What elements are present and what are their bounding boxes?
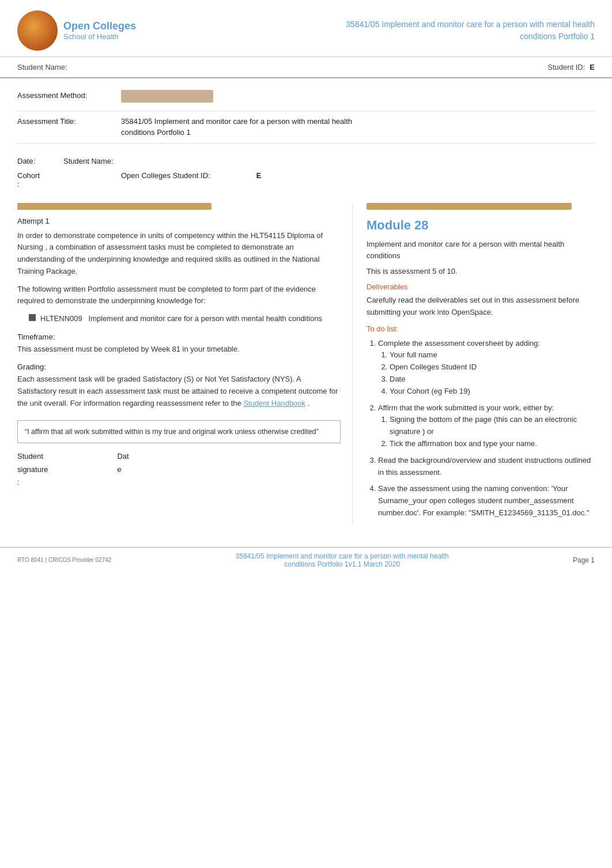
footer: RTO 8041 | CRICOS Provider 02742 35841/0… bbox=[0, 547, 612, 573]
grading-period: . bbox=[308, 399, 310, 407]
date-cohort-area: Date: Student Name: Cohort : Open Colleg… bbox=[0, 150, 612, 197]
assessment-num: This is assessment 5 of 10. bbox=[367, 267, 595, 276]
bullet-content: HLTENN009 Implement and monitor care for… bbox=[40, 313, 322, 324]
cohort-id-label: Open Colleges Student ID: bbox=[121, 171, 210, 180]
affirmation-box: “I affirm that all work submitted within… bbox=[17, 420, 341, 444]
cohort-colon: : bbox=[17, 180, 20, 188]
todo-item-1-text: Complete the assessment coversheet by ad… bbox=[378, 339, 540, 348]
grading-heading: Grading: bbox=[17, 363, 341, 371]
date-row: Date: Student Name: bbox=[17, 154, 595, 168]
bullet-desc: Implement and monitor care for a person … bbox=[89, 314, 322, 323]
student-name-label: Student Name: bbox=[17, 63, 67, 71]
sig-line1: Student bbox=[17, 452, 43, 461]
grading-text: Each assessment task will be graded Sati… bbox=[17, 373, 341, 409]
title-line2: conditions Portfolio 1 bbox=[121, 127, 595, 138]
attempt-title: Attempt 1 bbox=[17, 217, 341, 225]
todo-subitem-1-2: Open Colleges Student ID bbox=[390, 361, 595, 373]
module-desc: Implement and monitor care for a person … bbox=[367, 239, 595, 263]
todo-sublist-1: Your full name Open Colleges Student ID … bbox=[378, 349, 595, 397]
student-id-area: Student ID: E bbox=[547, 63, 595, 71]
date-sname-label: Student Name: bbox=[63, 157, 114, 165]
intro-text-2: The following written Portfolio assessme… bbox=[17, 284, 341, 308]
cohort-text: Cohort bbox=[17, 171, 40, 180]
module-title: Module 28 bbox=[367, 218, 595, 233]
bullet-code: HLTENN009 bbox=[40, 314, 82, 323]
main-content: Attempt 1 In order to demonstrate compet… bbox=[0, 203, 612, 535]
footer-center: 35841/05 Implement and monitor care for … bbox=[111, 552, 573, 568]
grading-section: Grading: Each assessment task will be gr… bbox=[17, 363, 341, 409]
footer-left: RTO 8041 | CRICOS Provider 02742 bbox=[17, 557, 111, 563]
timeframe-heading: Timeframe: bbox=[17, 333, 341, 341]
date-value-area: Student Name: bbox=[63, 157, 114, 165]
student-id-label: Student ID: bbox=[547, 63, 585, 71]
student-id-value: E bbox=[590, 63, 595, 71]
affirmation-text: “I affirm that all work submitted within… bbox=[25, 428, 319, 436]
title-row: Assessment Title: 35841/05 Implement and… bbox=[17, 111, 595, 144]
date-label: Date: bbox=[17, 157, 63, 165]
title-label: Assessment Title: bbox=[17, 116, 121, 126]
todo-item-4-text: Save the assessment using the naming con… bbox=[378, 484, 590, 517]
logo-bottom: School of Health bbox=[63, 32, 136, 41]
sig-line2: signature bbox=[17, 465, 48, 474]
right-orange-bar bbox=[367, 203, 572, 210]
footer-center-line2: conditions Portfolio 1v1.1 March 2020 bbox=[111, 560, 573, 568]
footer-center-line1: 35841/05 Implement and monitor care for … bbox=[111, 552, 573, 560]
todo-subitem-1-3: Date bbox=[390, 373, 595, 386]
date-sig: Dat e bbox=[117, 450, 129, 488]
header-title-line1: 35841/05 Implement and monitor care for … bbox=[136, 18, 595, 31]
cohort-value-area: Open Colleges Student ID: E bbox=[121, 171, 261, 180]
method-label: Assessment Method: bbox=[17, 90, 121, 100]
method-value bbox=[121, 90, 595, 106]
todo-heading: To do list: bbox=[367, 324, 595, 333]
timeframe-section: Timeframe: This assessment must be compl… bbox=[17, 333, 341, 355]
signature-area: Student signature : Dat e bbox=[17, 450, 341, 488]
todo-item-3: Read the background/overview and student… bbox=[378, 455, 595, 479]
deliverables-heading: Deliverables bbox=[367, 282, 595, 291]
intro-text-1: In order to demonstrate competence in un… bbox=[17, 230, 341, 278]
logo-icon bbox=[17, 10, 58, 51]
method-row: Assessment Method: bbox=[17, 85, 595, 111]
left-column: Attempt 1 In order to demonstrate compet… bbox=[17, 203, 353, 524]
timeframe-text: This assessment must be completed by Wee… bbox=[17, 344, 341, 355]
left-orange-bar bbox=[17, 203, 211, 210]
method-bar bbox=[121, 90, 213, 103]
header: Open Colleges School of Health 35841/05 … bbox=[0, 0, 612, 57]
todo-subitem-2-1: Signing the bottom of the page (this can… bbox=[390, 414, 595, 438]
sig-line3: : bbox=[17, 478, 20, 486]
deliverables-text: Carefully read the deliverables set out … bbox=[367, 295, 595, 319]
title-value: 35841/05 Implement and monitor care for … bbox=[121, 116, 595, 138]
header-title-line2: conditions Portfolio 1 bbox=[136, 31, 595, 43]
footer-right: Page 1 bbox=[573, 556, 595, 564]
logo-top: Open Colleges bbox=[63, 20, 136, 32]
title-line1: 35841/05 Implement and monitor care for … bbox=[121, 116, 595, 127]
todo-sublist-2: Signing the bottom of the page (this can… bbox=[378, 414, 595, 450]
todo-item-4: Save the assessment using the naming con… bbox=[378, 483, 595, 519]
todo-item-2: Affirm that the work submitted is your w… bbox=[378, 402, 595, 450]
todo-list: Complete the assessment coversheet by ad… bbox=[367, 338, 595, 519]
bullet-icon bbox=[29, 314, 36, 321]
cohort-label: Cohort : bbox=[17, 171, 63, 188]
date-sig-line2: e bbox=[117, 465, 121, 474]
todo-subitem-2-2: Tick the affirmation box and type your n… bbox=[390, 438, 595, 450]
bullet-item: HLTENN009 Implement and monitor care for… bbox=[29, 313, 341, 324]
cohort-id-value: E bbox=[256, 171, 262, 180]
todo-subitem-1-4: Your Cohort (eg Feb 19) bbox=[390, 386, 595, 398]
assessment-fields: Assessment Method: Assessment Title: 358… bbox=[0, 78, 612, 150]
todo-item-3-text: Read the background/overview and student… bbox=[378, 456, 591, 477]
student-info-row: Student Name: Student ID: E bbox=[0, 57, 612, 78]
sig-label: Student signature : bbox=[17, 450, 48, 488]
cohort-row: Cohort : Open Colleges Student ID: E bbox=[17, 168, 595, 191]
logo-area: Open Colleges School of Health bbox=[17, 10, 136, 51]
header-title: 35841/05 Implement and monitor care for … bbox=[136, 18, 595, 43]
todo-subitem-1-1: Your full name bbox=[390, 349, 595, 361]
student-handbook-link[interactable]: Student Handbook bbox=[243, 399, 305, 407]
logo-text: Open Colleges School of Health bbox=[63, 20, 136, 41]
right-column: Module 28 Implement and monitor care for… bbox=[353, 203, 595, 524]
date-sig-line1: Dat bbox=[117, 452, 129, 461]
todo-item-1: Complete the assessment coversheet by ad… bbox=[378, 338, 595, 398]
todo-item-2-text: Affirm that the work submitted is your w… bbox=[378, 403, 554, 412]
